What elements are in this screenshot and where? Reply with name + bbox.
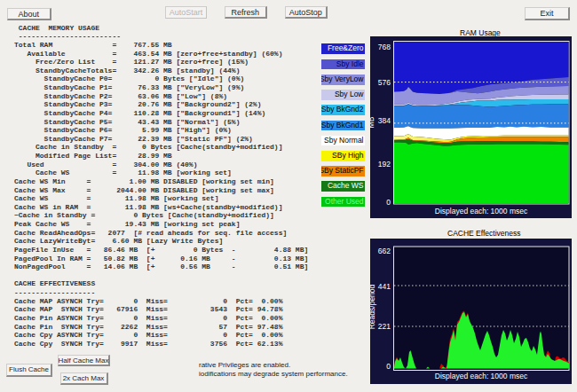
svg-text:MB: MB [370,116,375,128]
svg-text:0: 0 [386,362,391,371]
svg-text:662: 662 [378,247,391,255]
svg-text:Displayed each: 1000 msec: Displayed each: 1000 msec [435,372,528,380]
svg-text:221: 221 [378,322,391,331]
svg-text:441: 441 [378,282,391,291]
svg-text:768: 768 [378,43,391,51]
svg-text:384: 384 [378,116,391,125]
svg-text:192: 192 [378,160,391,169]
svg-text:Displayed each: 1000 msec: Displayed each: 1000 msec [435,207,528,216]
svg-text:576: 576 [378,78,391,87]
svg-text:0: 0 [386,198,391,207]
svg-text:Reads/period: Reads/period [370,284,376,329]
